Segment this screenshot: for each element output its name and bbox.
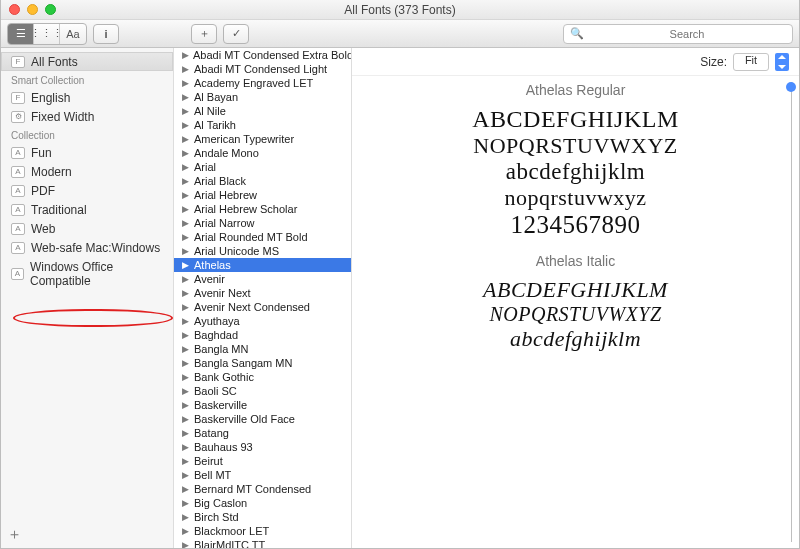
font-row[interactable]: ▶Arial Hebrew Scholar bbox=[174, 202, 351, 216]
sidebar-item-traditional[interactable]: ATraditional bbox=[1, 200, 173, 219]
font-row[interactable]: ▶Bauhaus 93 bbox=[174, 440, 351, 454]
close-window-button[interactable] bbox=[9, 4, 20, 15]
disclosure-triangle-icon[interactable]: ▶ bbox=[182, 148, 190, 158]
disclosure-triangle-icon[interactable]: ▶ bbox=[182, 190, 190, 200]
disclosure-triangle-icon[interactable]: ▶ bbox=[182, 470, 190, 480]
disclosure-triangle-icon[interactable]: ▶ bbox=[182, 386, 190, 396]
font-row[interactable]: ▶Arial Hebrew bbox=[174, 188, 351, 202]
font-row[interactable]: ▶Al Bayan bbox=[174, 90, 351, 104]
font-row[interactable]: ▶Beirut bbox=[174, 454, 351, 468]
font-row[interactable]: ▶BlairMdITC TT bbox=[174, 538, 351, 548]
font-row[interactable]: ▶Arial Rounded MT Bold bbox=[174, 230, 351, 244]
grid-view-button[interactable]: ⋮⋮⋮ bbox=[34, 24, 60, 44]
add-collection-button[interactable]: ＋ bbox=[7, 525, 22, 544]
disclosure-triangle-icon[interactable]: ▶ bbox=[182, 106, 190, 116]
sidebar-item-fun[interactable]: AFun bbox=[1, 143, 173, 162]
disclosure-triangle-icon[interactable]: ▶ bbox=[182, 456, 190, 466]
disclosure-triangle-icon[interactable]: ▶ bbox=[182, 120, 190, 130]
disclosure-triangle-icon[interactable]: ▶ bbox=[182, 50, 189, 60]
disclosure-triangle-icon[interactable]: ▶ bbox=[182, 232, 190, 242]
font-list[interactable]: ▶Abadi MT Condensed Extra Bold▶Abadi MT … bbox=[174, 48, 352, 548]
font-row[interactable]: ▶Arial bbox=[174, 160, 351, 174]
font-row[interactable]: ▶Arial Black bbox=[174, 174, 351, 188]
font-row[interactable]: ▶Academy Engraved LET bbox=[174, 76, 351, 90]
disclosure-triangle-icon[interactable]: ▶ bbox=[182, 162, 190, 172]
disclosure-triangle-icon[interactable]: ▶ bbox=[182, 218, 190, 228]
sidebar-item-pdf[interactable]: APDF bbox=[1, 181, 173, 200]
slider-knob[interactable] bbox=[786, 82, 796, 92]
disclosure-triangle-icon[interactable]: ▶ bbox=[182, 64, 190, 74]
sample-view-button[interactable]: Aa bbox=[60, 24, 86, 44]
disclosure-triangle-icon[interactable]: ▶ bbox=[182, 204, 190, 214]
font-row[interactable]: ▶Baghdad bbox=[174, 328, 351, 342]
font-name: Al Tarikh bbox=[194, 119, 236, 131]
disclosure-triangle-icon[interactable]: ▶ bbox=[182, 274, 190, 284]
font-row[interactable]: ▶Al Nile bbox=[174, 104, 351, 118]
disclosure-triangle-icon[interactable]: ▶ bbox=[182, 344, 190, 354]
disclosure-triangle-icon[interactable]: ▶ bbox=[182, 414, 190, 424]
font-row[interactable]: ▶Arial Narrow bbox=[174, 216, 351, 230]
minimize-window-button[interactable] bbox=[27, 4, 38, 15]
sidebar-item-modern[interactable]: AModern bbox=[1, 162, 173, 181]
disclosure-triangle-icon[interactable]: ▶ bbox=[182, 484, 190, 494]
font-row[interactable]: ▶Baskerville bbox=[174, 398, 351, 412]
size-field[interactable]: Fit bbox=[733, 53, 769, 71]
size-slider[interactable] bbox=[789, 82, 793, 542]
disclosure-triangle-icon[interactable]: ▶ bbox=[182, 358, 190, 368]
font-row[interactable]: ▶Birch Std bbox=[174, 510, 351, 524]
disclosure-triangle-icon[interactable]: ▶ bbox=[182, 372, 190, 382]
disclosure-triangle-icon[interactable]: ▶ bbox=[182, 512, 190, 522]
font-row[interactable]: ▶Bank Gothic bbox=[174, 370, 351, 384]
font-row[interactable]: ▶Ayuthaya bbox=[174, 314, 351, 328]
font-row[interactable]: ▶Bangla MN bbox=[174, 342, 351, 356]
disclosure-triangle-icon[interactable]: ▶ bbox=[182, 442, 190, 452]
disclosure-triangle-icon[interactable]: ▶ bbox=[182, 78, 190, 88]
disclosure-triangle-icon[interactable]: ▶ bbox=[182, 400, 190, 410]
font-row[interactable]: ▶Batang bbox=[174, 426, 351, 440]
search-input[interactable] bbox=[588, 28, 786, 40]
font-row[interactable]: ▶American Typewriter bbox=[174, 132, 351, 146]
disclosure-triangle-icon[interactable]: ▶ bbox=[182, 526, 190, 536]
font-row[interactable]: ▶Bell MT bbox=[174, 468, 351, 482]
sidebar-item-websafe[interactable]: AWeb-safe Mac:Windows bbox=[1, 238, 173, 257]
font-row[interactable]: ▶Bangla Sangam MN bbox=[174, 356, 351, 370]
disclosure-triangle-icon[interactable]: ▶ bbox=[182, 330, 190, 340]
zoom-window-button[interactable] bbox=[45, 4, 56, 15]
info-button[interactable]: i bbox=[93, 24, 119, 44]
sidebar-item-fixed-width[interactable]: ⚙ Fixed Width bbox=[1, 107, 173, 126]
disclosure-triangle-icon[interactable]: ▶ bbox=[182, 92, 190, 102]
sidebar-item-web[interactable]: AWeb bbox=[1, 219, 173, 238]
disclosure-triangle-icon[interactable]: ▶ bbox=[182, 288, 190, 298]
font-row[interactable]: ▶Avenir bbox=[174, 272, 351, 286]
disclosure-triangle-icon[interactable]: ▶ bbox=[182, 540, 190, 548]
font-row[interactable]: ▶Abadi MT Condensed Extra Bold bbox=[174, 48, 351, 62]
disclosure-triangle-icon[interactable]: ▶ bbox=[182, 246, 190, 256]
search-field[interactable]: 🔍 bbox=[563, 24, 793, 44]
font-row[interactable]: ▶Avenir Next bbox=[174, 286, 351, 300]
disclosure-triangle-icon[interactable]: ▶ bbox=[182, 134, 190, 144]
validate-button[interactable]: ✓ bbox=[223, 24, 249, 44]
disclosure-triangle-icon[interactable]: ▶ bbox=[182, 316, 190, 326]
font-row[interactable]: ▶Bernard MT Condensed bbox=[174, 482, 351, 496]
font-row[interactable]: ▶Baskerville Old Face bbox=[174, 412, 351, 426]
disclosure-triangle-icon[interactable]: ▶ bbox=[182, 428, 190, 438]
sidebar-item-windows-office[interactable]: AWindows Office Compatible bbox=[1, 257, 173, 290]
disclosure-triangle-icon[interactable]: ▶ bbox=[182, 498, 190, 508]
add-font-button[interactable]: ＋ bbox=[191, 24, 217, 44]
disclosure-triangle-icon[interactable]: ▶ bbox=[182, 302, 190, 312]
font-row[interactable]: ▶Blackmoor LET bbox=[174, 524, 351, 538]
sidebar-all-fonts[interactable]: F All Fonts bbox=[1, 52, 173, 71]
disclosure-triangle-icon[interactable]: ▶ bbox=[182, 176, 190, 186]
sidebar-item-english[interactable]: F English bbox=[1, 88, 173, 107]
font-row[interactable]: ▶Avenir Next Condensed bbox=[174, 300, 351, 314]
sample-italic: Athelas Italic ABCDEFGHIJKLM NOPQRSTUVWX… bbox=[376, 253, 775, 352]
font-row[interactable]: ▶Arial Unicode MS bbox=[174, 244, 351, 258]
font-row[interactable]: ▶Athelas bbox=[174, 258, 351, 272]
size-stepper[interactable] bbox=[775, 53, 789, 71]
disclosure-triangle-icon[interactable]: ▶ bbox=[182, 260, 190, 270]
font-row[interactable]: ▶Big Caslon bbox=[174, 496, 351, 510]
font-row[interactable]: ▶Andale Mono bbox=[174, 146, 351, 160]
font-row[interactable]: ▶Abadi MT Condensed Light bbox=[174, 62, 351, 76]
font-row[interactable]: ▶Al Tarikh bbox=[174, 118, 351, 132]
font-row[interactable]: ▶Baoli SC bbox=[174, 384, 351, 398]
